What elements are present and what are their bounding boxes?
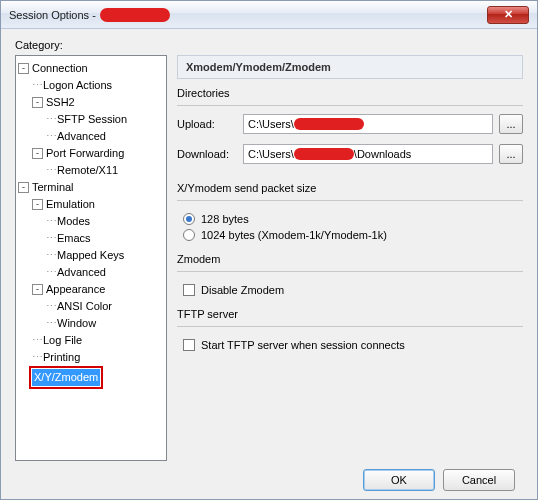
ok-button[interactable]: OK — [363, 469, 435, 491]
titlebar: Session Options - ✕ — [1, 1, 537, 29]
tree-item-terminal[interactable]: -Terminal — [18, 179, 164, 196]
upload-input[interactable]: C:\Users\ — [243, 114, 493, 134]
tree-item-advanced[interactable]: ⋯Advanced — [46, 128, 164, 145]
collapse-icon[interactable]: - — [18, 182, 29, 193]
tree-item-emacs[interactable]: ⋯Emacs — [46, 230, 164, 247]
tree-item-mapped-keys[interactable]: ⋯Mapped Keys — [46, 247, 164, 264]
category-tree-panel: -Connection ⋯Logon Actions -SSH2 ⋯SFTP S… — [15, 55, 167, 461]
collapse-icon[interactable]: - — [32, 97, 43, 108]
checkbox-icon — [183, 339, 195, 351]
disable-zmodem-checkbox[interactable]: Disable Zmodem — [183, 284, 523, 296]
radio-icon — [183, 229, 195, 241]
download-label: Download: — [177, 148, 237, 160]
checkbox-icon — [183, 284, 195, 296]
tree-item-appearance[interactable]: -Appearance — [32, 281, 164, 298]
tree-item-remote-x11[interactable]: ⋯Remote/X11 — [46, 162, 164, 179]
radio-icon — [183, 213, 195, 225]
collapse-icon[interactable]: - — [32, 284, 43, 295]
tree-item-xyzmodem[interactable]: X/Y/Zmodem — [32, 369, 100, 386]
zmodem-group: Zmodem Disable Zmodem — [177, 253, 523, 300]
tree-item-printing[interactable]: ⋯Printing — [32, 349, 164, 366]
dialog-footer: OK Cancel — [15, 461, 529, 491]
tree-item-logon-actions[interactable]: ⋯Logon Actions — [32, 77, 164, 94]
category-label: Category: — [15, 39, 529, 51]
close-icon: ✕ — [504, 8, 513, 21]
settings-panel: Xmodem/Ymodem/Zmodem Directories Upload:… — [177, 55, 529, 461]
zmodem-label: Zmodem — [177, 253, 523, 265]
download-input[interactable]: C:\Users\\Downloads — [243, 144, 493, 164]
start-tftp-checkbox[interactable]: Start TFTP server when session connects — [183, 339, 523, 351]
redacted-text — [294, 148, 354, 160]
tree-item-emulation[interactable]: -Emulation — [32, 196, 164, 213]
directories-group: Directories Upload: C:\Users\ ... Downlo… — [177, 87, 523, 174]
collapse-icon[interactable]: - — [32, 199, 43, 210]
redacted-text — [294, 118, 364, 130]
close-button[interactable]: ✕ — [487, 6, 529, 24]
tree-item-connection[interactable]: -Connection — [18, 60, 164, 77]
collapse-icon[interactable]: - — [32, 148, 43, 159]
tree-item-window[interactable]: ⋯Window — [46, 315, 164, 332]
tree-item-port-forwarding[interactable]: -Port Forwarding — [32, 145, 164, 162]
radio-128-bytes[interactable]: 128 bytes — [183, 213, 523, 225]
tftp-group: TFTP server Start TFTP server when sessi… — [177, 308, 523, 355]
upload-browse-button[interactable]: ... — [499, 114, 523, 134]
panel-heading: Xmodem/Ymodem/Zmodem — [177, 55, 523, 79]
tree-item-sftp-session[interactable]: ⋯SFTP Session — [46, 111, 164, 128]
tree-item-ansi-color[interactable]: ⋯ANSI Color — [46, 298, 164, 315]
upload-label: Upload: — [177, 118, 237, 130]
cancel-button[interactable]: Cancel — [443, 469, 515, 491]
packet-size-label: X/Ymodem send packet size — [177, 182, 523, 194]
highlight-box: X/Y/Zmodem — [29, 366, 103, 389]
download-browse-button[interactable]: ... — [499, 144, 523, 164]
window-title: Session Options - — [9, 9, 96, 21]
tree-item-ssh2[interactable]: -SSH2 — [32, 94, 164, 111]
packet-size-group: X/Ymodem send packet size 128 bytes 1024… — [177, 182, 523, 245]
directories-label: Directories — [177, 87, 523, 99]
tree-item-modes[interactable]: ⋯Modes — [46, 213, 164, 230]
category-tree[interactable]: -Connection ⋯Logon Actions -SSH2 ⋯SFTP S… — [18, 60, 164, 389]
radio-1024-bytes[interactable]: 1024 bytes (Xmodem-1k/Ymodem-1k) — [183, 229, 523, 241]
tftp-label: TFTP server — [177, 308, 523, 320]
tree-item-log-file[interactable]: ⋯Log File — [32, 332, 164, 349]
redacted-title — [100, 8, 170, 22]
collapse-icon[interactable]: - — [18, 63, 29, 74]
tree-item-advanced-2[interactable]: ⋯Advanced — [46, 264, 164, 281]
session-options-window: Session Options - ✕ Category: -Connectio… — [0, 0, 538, 500]
